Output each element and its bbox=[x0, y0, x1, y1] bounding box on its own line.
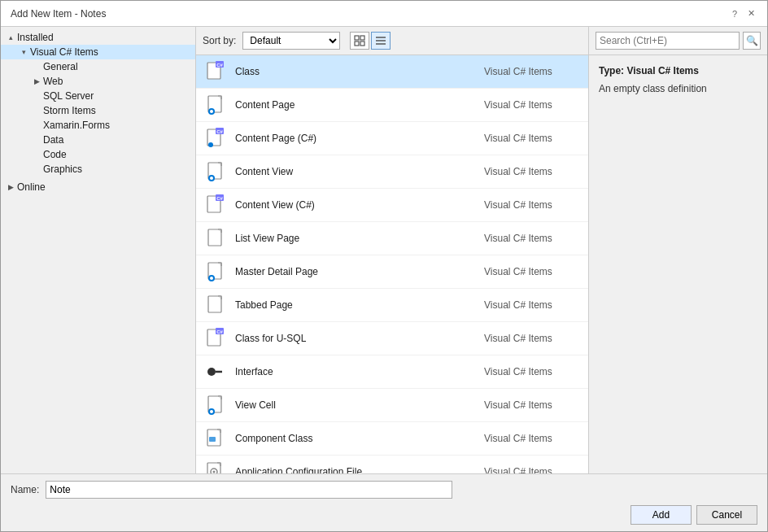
content-page-name: Content Page bbox=[235, 99, 484, 111]
class-name: Class bbox=[235, 66, 484, 77]
view-cell-icon bbox=[203, 392, 229, 418]
tabbed-page-name: Tabbed Page bbox=[235, 299, 484, 311]
list-item[interactable]: View Cell Visual C# Items bbox=[196, 389, 588, 422]
interface-name: Interface bbox=[235, 366, 484, 377]
svg-text:C#: C# bbox=[216, 196, 223, 201]
svg-rect-0 bbox=[355, 36, 359, 40]
list-item[interactable]: Component Class Visual C# Items bbox=[196, 422, 588, 456]
svg-rect-2 bbox=[355, 41, 359, 46]
svg-point-31 bbox=[207, 368, 216, 376]
component-category: Visual C# Items bbox=[484, 433, 582, 444]
type-name: Visual C# Items bbox=[626, 65, 699, 76]
list-item[interactable]: Content View Visual C# Items bbox=[196, 155, 588, 189]
name-row: Name: bbox=[11, 481, 757, 499]
action-row: Add Cancel bbox=[11, 505, 757, 525]
sidebar-item-xamarin[interactable]: Xamarin.Forms bbox=[1, 118, 195, 133]
svg-point-12 bbox=[210, 110, 213, 113]
tabbed-page-icon bbox=[203, 292, 229, 318]
close-button[interactable]: ✕ bbox=[744, 7, 757, 20]
sidebar-item-visual-cs[interactable]: ▾ Visual C# Items bbox=[1, 45, 195, 59]
content-page-category: Visual C# Items bbox=[484, 99, 582, 111]
svg-rect-1 bbox=[360, 36, 364, 40]
sidebar-item-sql-server[interactable]: SQL Server bbox=[1, 89, 195, 103]
svg-text:C#: C# bbox=[216, 63, 223, 68]
app-config-name: Application Configuration File bbox=[235, 466, 484, 473]
content-page-cs-icon: C# bbox=[203, 125, 229, 151]
component-icon bbox=[203, 425, 229, 451]
sidebar-item-data[interactable]: Data bbox=[1, 133, 195, 147]
content-view-cs-icon: C# bbox=[203, 192, 229, 218]
search-bar: 🔍 bbox=[589, 27, 767, 55]
visual-cs-label: Visual C# Items bbox=[30, 46, 98, 58]
content-page-icon bbox=[203, 92, 229, 118]
name-input[interactable] bbox=[46, 481, 452, 499]
xamarin-label: Xamarin.Forms bbox=[43, 120, 110, 131]
sql-label: SQL Server bbox=[43, 90, 94, 102]
main-content: ▴ Installed ▾ Visual C# Items General ▶ … bbox=[1, 27, 767, 473]
graphics-label: Graphics bbox=[43, 164, 82, 175]
sidebar: ▴ Installed ▾ Visual C# Items General ▶ … bbox=[1, 27, 196, 473]
add-button[interactable]: Add bbox=[631, 505, 692, 525]
sidebar-item-web[interactable]: ▶ Web bbox=[1, 74, 195, 89]
svg-rect-27 bbox=[208, 296, 221, 312]
app-config-icon bbox=[203, 459, 229, 473]
visual-cs-arrow: ▾ bbox=[17, 48, 30, 56]
list-item[interactable]: C# Content Page (C#) Visual C# Items bbox=[196, 122, 588, 155]
list-view-category: Visual C# Items bbox=[484, 233, 582, 244]
sidebar-item-storm-items[interactable]: Storm Items bbox=[1, 103, 195, 118]
general-label: General bbox=[43, 61, 78, 72]
sidebar-item-graphics[interactable]: Graphics bbox=[1, 162, 195, 177]
sort-label: Sort by: bbox=[203, 35, 236, 46]
toolbar: Sort by: Default Name Category bbox=[196, 27, 588, 55]
center-panel: Sort by: Default Name Category bbox=[196, 27, 588, 473]
content-page-cs-category: Visual C# Items bbox=[484, 133, 582, 144]
content-page-cs-name: Content Page (C#) bbox=[235, 133, 484, 144]
list-item[interactable]: Application Configuration File Visual C#… bbox=[196, 456, 588, 473]
list-item[interactable]: Master Detail Page Visual C# Items bbox=[196, 255, 588, 289]
sidebar-item-general[interactable]: General bbox=[1, 59, 195, 74]
content-view-cs-name: Content View (C#) bbox=[235, 199, 484, 211]
view-cell-name: View Cell bbox=[235, 399, 484, 411]
sidebar-item-online[interactable]: ▶ Online bbox=[1, 180, 195, 194]
list-item[interactable]: Tabbed Page Visual C# Items bbox=[196, 289, 588, 322]
cancel-button[interactable]: Cancel bbox=[696, 505, 757, 525]
online-arrow: ▶ bbox=[4, 183, 17, 191]
svg-point-16 bbox=[208, 142, 213, 147]
list-item[interactable]: List View Page Visual C# Items bbox=[196, 222, 588, 255]
items-list: C# Class Visual C# Items bbox=[196, 55, 588, 473]
name-label: Name: bbox=[11, 484, 39, 495]
app-config-category: Visual C# Items bbox=[484, 466, 582, 473]
search-input[interactable] bbox=[596, 32, 740, 50]
list-view-name: List View Page bbox=[235, 233, 484, 244]
list-item[interactable]: C# Class for U-SQL Visual C# Items bbox=[196, 322, 588, 355]
installed-label: Installed bbox=[17, 32, 54, 43]
search-button[interactable]: 🔍 bbox=[743, 32, 761, 50]
class-category: Visual C# Items bbox=[484, 66, 582, 77]
list-item[interactable]: Content Page Visual C# Items bbox=[196, 89, 588, 122]
sidebar-item-installed[interactable]: ▴ Installed bbox=[1, 30, 195, 45]
online-label: Online bbox=[17, 181, 46, 193]
sort-select[interactable]: Default Name Category bbox=[242, 32, 340, 50]
grid-view-button[interactable] bbox=[350, 32, 369, 50]
class-usql-category: Visual C# Items bbox=[484, 333, 582, 344]
help-button[interactable]: ? bbox=[728, 7, 741, 20]
content-view-category: Visual C# Items bbox=[484, 166, 582, 177]
sidebar-item-code[interactable]: Code bbox=[1, 147, 195, 162]
content-view-name: Content View bbox=[235, 166, 484, 177]
type-info-title: Type: Visual C# Items bbox=[599, 65, 757, 76]
svg-rect-23 bbox=[208, 229, 221, 246]
list-item[interactable]: Interface Visual C# Items bbox=[196, 355, 588, 389]
class-usql-name: Class for U-SQL bbox=[235, 333, 484, 344]
title-bar-controls: ? ✕ bbox=[728, 7, 757, 20]
svg-point-26 bbox=[210, 277, 213, 280]
interface-category: Visual C# Items bbox=[484, 366, 582, 377]
list-item[interactable]: C# Class Visual C# Items bbox=[196, 55, 588, 89]
list-view-icon bbox=[203, 225, 229, 251]
list-item[interactable]: C# Content View (C#) Visual C# Items bbox=[196, 189, 588, 222]
list-view-button[interactable] bbox=[371, 32, 391, 50]
master-detail-category: Visual C# Items bbox=[484, 266, 582, 277]
svg-point-19 bbox=[210, 177, 213, 180]
master-detail-name: Master Detail Page bbox=[235, 266, 484, 277]
svg-rect-37 bbox=[209, 437, 216, 442]
web-arrow: ▶ bbox=[30, 77, 43, 85]
